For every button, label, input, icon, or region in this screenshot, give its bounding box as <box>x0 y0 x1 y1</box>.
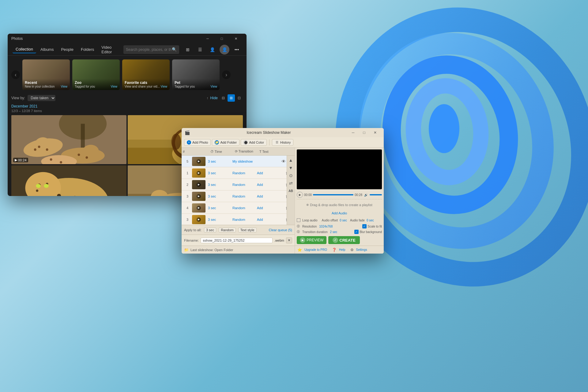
clear-queue-button[interactable]: Clear queue (5) <box>269 228 292 232</box>
add-color-button[interactable]: ⬤ Add Color <box>241 139 267 146</box>
row-trans-1[interactable]: Random <box>232 171 257 175</box>
album-recent-view[interactable]: View <box>61 85 68 88</box>
album-pet-view[interactable]: View <box>211 85 217 88</box>
nav-people[interactable]: People <box>58 46 76 53</box>
album-card-zoo[interactable]: Zoo Tagged for you View <box>72 59 120 90</box>
ab-button[interactable]: AB <box>288 187 294 194</box>
photos-maximize-button[interactable]: □ <box>215 34 229 43</box>
copy-button[interactable]: ⊙ <box>288 172 294 179</box>
table-row[interactable]: 5 ▶ 3 sec My slideshow 👁 <box>182 156 287 167</box>
row-time-1[interactable]: 3 sec <box>208 171 232 175</box>
row-trans-3b[interactable]: Random <box>232 218 257 221</box>
history-button[interactable]: ☰ History <box>272 139 293 146</box>
row-trans-3[interactable]: Random <box>232 194 257 198</box>
transition-dur-value[interactable]: 2 sec <box>330 230 337 234</box>
apply-text-value[interactable]: Text style <box>238 228 257 232</box>
photos-close-button[interactable]: ✕ <box>229 34 243 43</box>
nav-folders[interactable]: Folders <box>78 46 97 53</box>
move-down-button[interactable]: ▼ <box>288 164 294 171</box>
row-time-5[interactable]: 3 sec <box>208 160 232 163</box>
sync-icon[interactable]: ⊞ <box>183 45 193 55</box>
settings-link[interactable]: Settings <box>356 248 367 251</box>
albums-next-arrow[interactable]: › <box>222 70 231 79</box>
row-delete-3b[interactable]: 🗑 <box>281 217 287 222</box>
audio-volume-icon[interactable]: 🔊 <box>364 192 368 197</box>
apply-trans-value[interactable]: Random <box>219 228 236 232</box>
audio-volume-bar[interactable] <box>370 194 382 195</box>
filename-ext-dropdown[interactable]: ▼ <box>286 237 292 243</box>
table-row[interactable]: 3 ▶ 3 sec Random Add 🗑 <box>182 190 287 202</box>
row-time-3[interactable]: 3 sec <box>208 194 232 198</box>
search-input[interactable] <box>126 47 172 52</box>
row-text-3[interactable]: Add <box>257 194 281 198</box>
audio-fade-val[interactable]: 0 sec <box>367 219 374 222</box>
blur-bg-checkbox[interactable]: ✓ <box>354 230 359 234</box>
audio-progress-bar[interactable] <box>313 194 353 195</box>
photos-minimize-button[interactable]: ─ <box>201 34 215 43</box>
nav-video-editor[interactable]: Video Editor <box>98 44 122 55</box>
create-button[interactable]: ✓ CREATE <box>328 236 360 244</box>
apply-time-value[interactable]: 3 sec <box>204 228 216 232</box>
people-icon[interactable]: 👤 <box>207 45 217 55</box>
ss-minimize-button[interactable]: ─ <box>348 128 359 137</box>
move-up-button[interactable]: ▲ <box>288 157 294 164</box>
list-view-icon[interactable]: ⊟ <box>220 94 227 102</box>
albums-prev-arrow[interactable]: ‹ <box>11 70 20 79</box>
upgrade-link[interactable]: Upgrade to PRO <box>304 248 327 251</box>
row-trans-5[interactable]: My slideshow <box>232 160 257 163</box>
help-icon: ❓ <box>332 248 337 252</box>
album-zoo-view[interactable]: View <box>111 85 118 88</box>
resolution-value[interactable]: 1024x768 <box>319 225 333 228</box>
row-trans-2[interactable]: Random <box>232 183 257 187</box>
album-cats-view[interactable]: View <box>161 85 168 88</box>
add-photo-button[interactable]: + Add Photo <box>184 139 211 146</box>
help-link[interactable]: Help <box>339 248 345 251</box>
hide-button[interactable]: Hide <box>210 96 218 100</box>
table-row[interactable]: 2 ▶ 3 sec Random Add 🗑 <box>182 179 287 190</box>
audio-offset-val[interactable]: 0 sec <box>340 219 347 222</box>
last-slideshow-text[interactable]: Last slideshow: Open Folder <box>190 248 233 252</box>
photo-cell-cheetah[interactable]: ▶ 00:24 <box>11 115 126 164</box>
grid-view-icon[interactable]: ⊞ <box>228 94 235 102</box>
row-time-4[interactable]: 3 sec <box>208 206 232 210</box>
row-time-2[interactable]: 3 sec <box>208 183 232 187</box>
photo-cell-leopard[interactable] <box>11 165 126 196</box>
audio-play-button[interactable]: ▶ <box>297 192 303 198</box>
view-by-select[interactable]: Date taken <box>28 95 55 101</box>
row-text-2[interactable]: Add <box>257 183 281 187</box>
row-trans-4[interactable]: Random <box>232 206 257 210</box>
albums-row: ‹ Recent New in your collection View Zoo… <box>11 59 243 90</box>
nav-collection[interactable]: Collection <box>13 46 36 53</box>
more-icon[interactable]: ••• <box>232 45 242 55</box>
add-audio-link[interactable]: Add Audio <box>332 211 347 215</box>
row-delete-2[interactable]: 🗑 <box>281 182 287 187</box>
row-text-4[interactable]: Add <box>257 206 281 210</box>
swap-button[interactable]: ⇄ <box>288 180 294 187</box>
row-delete-3[interactable]: 🗑 <box>281 194 287 199</box>
loop-audio-checkbox[interactable] <box>297 218 300 222</box>
album-card-recent[interactable]: Recent New in your collection View <box>22 59 70 90</box>
row-time-3b[interactable]: 3 sec <box>208 218 232 221</box>
ss-close-button[interactable]: ✕ <box>370 128 381 137</box>
album-card-cats[interactable]: Favorite cats View and share your vid...… <box>122 59 170 90</box>
svg-point-18 <box>50 158 52 161</box>
row-text-1[interactable]: Add <box>257 171 281 175</box>
album-card-pet[interactable]: Pet Tagged for you View <box>172 59 220 90</box>
table-row[interactable]: 3 ▶ 3 sec Random Add 🗑 <box>182 214 287 225</box>
filter-icon[interactable]: ☰ <box>195 45 205 55</box>
row-eye-5[interactable]: 👁 <box>281 159 287 164</box>
row-delete-4[interactable]: 🗑 <box>281 205 287 210</box>
settings-icon: ⚙ <box>350 248 354 252</box>
account-icon[interactable]: 👤 <box>220 45 229 55</box>
table-row[interactable]: 4 ▶ 3 sec Random Add 🗑 <box>182 202 287 214</box>
row-delete-1[interactable]: 🗑 <box>281 171 287 175</box>
scale-to-fit-checkbox[interactable]: ✓ <box>362 224 367 228</box>
filename-input[interactable] <box>201 238 272 243</box>
nav-albums[interactable]: Albums <box>37 46 57 53</box>
details-view-icon[interactable]: ⊡ <box>236 94 243 102</box>
add-folder-button[interactable]: 📁 Add Folder <box>212 139 239 146</box>
ss-maximize-button[interactable]: □ <box>359 128 370 137</box>
preview-button[interactable]: ▶ PREVIEW <box>297 236 326 244</box>
table-row[interactable]: 1 ▶ 3 sec Random Add 🗑 <box>182 167 287 179</box>
row-text-3b[interactable]: Add <box>257 218 281 221</box>
